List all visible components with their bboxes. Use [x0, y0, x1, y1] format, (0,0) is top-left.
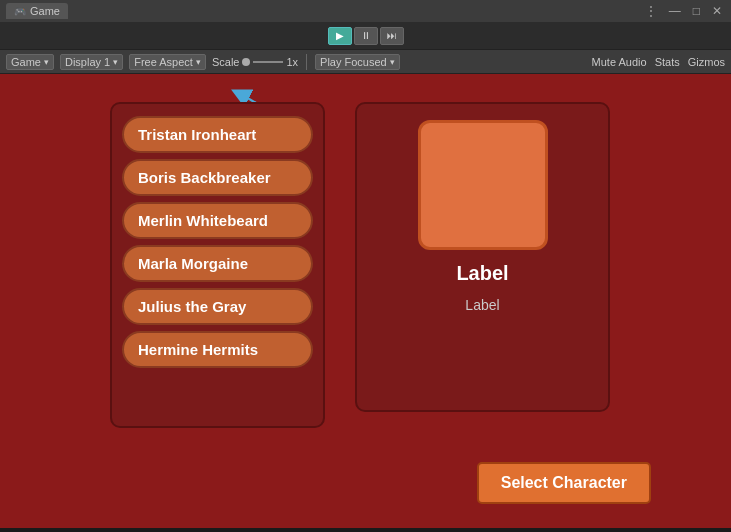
- detail-title-label: Label: [456, 262, 508, 285]
- display-chevron-icon: ▾: [113, 57, 118, 67]
- scale-value: 1x: [286, 56, 298, 68]
- play-button[interactable]: ▶: [328, 27, 352, 45]
- toolbar-separator: [306, 54, 307, 70]
- detail-panel: Label Label: [355, 102, 610, 412]
- scale-control: Scale 1x: [212, 56, 298, 68]
- play-controls: ▶ ⏸ ⏭: [328, 27, 404, 45]
- toolbar: Game ▾ Display 1 ▾ Free Aspect ▾ Scale 1…: [0, 50, 731, 74]
- game-viewport: Tristan Ironheart Boris Backbreaker Merl…: [0, 74, 731, 528]
- character-button-5[interactable]: Hermine Hermits: [122, 331, 313, 368]
- game-label: Game: [11, 56, 41, 68]
- play-controls-bar: ▶ ⏸ ⏭: [0, 22, 731, 50]
- play-focused-dropdown[interactable]: Play Focused ▾: [315, 54, 400, 70]
- display-label: Display 1: [65, 56, 110, 68]
- pause-button[interactable]: ⏸: [354, 27, 378, 45]
- scale-dot-icon: [242, 58, 250, 66]
- character-panel: Tristan Ironheart Boris Backbreaker Merl…: [110, 102, 325, 428]
- stats-label[interactable]: Stats: [655, 56, 680, 68]
- title-bar-left: 🎮 Game: [6, 3, 68, 19]
- display-dropdown[interactable]: Display 1 ▾: [60, 54, 123, 70]
- select-character-button[interactable]: Select Character: [477, 462, 651, 504]
- character-button-1[interactable]: Boris Backbreaker: [122, 159, 313, 196]
- play-focused-chevron-icon: ▾: [390, 57, 395, 67]
- play-focused-label: Play Focused: [320, 56, 387, 68]
- scale-label: Scale: [212, 56, 240, 68]
- minimize-button[interactable]: —: [666, 3, 684, 19]
- character-portrait: [418, 120, 548, 250]
- menu-dots-button[interactable]: ⋮: [642, 3, 660, 19]
- maximize-button[interactable]: □: [690, 3, 703, 19]
- title-bar-right: ⋮ — □ ✕: [642, 3, 725, 19]
- game-tab-icon: 🎮: [14, 6, 26, 17]
- close-button[interactable]: ✕: [709, 3, 725, 19]
- aspect-chevron-icon: ▾: [196, 57, 201, 67]
- title-bar: 🎮 Game ⋮ — □ ✕: [0, 0, 731, 22]
- gizmos-label[interactable]: Gizmos: [688, 56, 725, 68]
- scale-line: [253, 61, 283, 63]
- character-button-2[interactable]: Merlin Whitebeard: [122, 202, 313, 239]
- game-tab-label: Game: [30, 5, 60, 17]
- game-tab[interactable]: 🎮 Game: [6, 3, 68, 19]
- game-chevron-icon: ▾: [44, 57, 49, 67]
- mute-audio-label[interactable]: Mute Audio: [592, 56, 647, 68]
- game-dropdown[interactable]: Game ▾: [6, 54, 54, 70]
- detail-sub-label: Label: [465, 297, 499, 313]
- character-button-3[interactable]: Marla Morgaine: [122, 245, 313, 282]
- aspect-dropdown[interactable]: Free Aspect ▾: [129, 54, 206, 70]
- toolbar-right: Mute Audio Stats Gizmos: [592, 56, 725, 68]
- char-panel-spacer: [122, 374, 313, 414]
- step-button[interactable]: ⏭: [380, 27, 404, 45]
- character-button-0[interactable]: Tristan Ironheart: [122, 116, 313, 153]
- aspect-label: Free Aspect: [134, 56, 193, 68]
- character-button-4[interactable]: Julius the Gray: [122, 288, 313, 325]
